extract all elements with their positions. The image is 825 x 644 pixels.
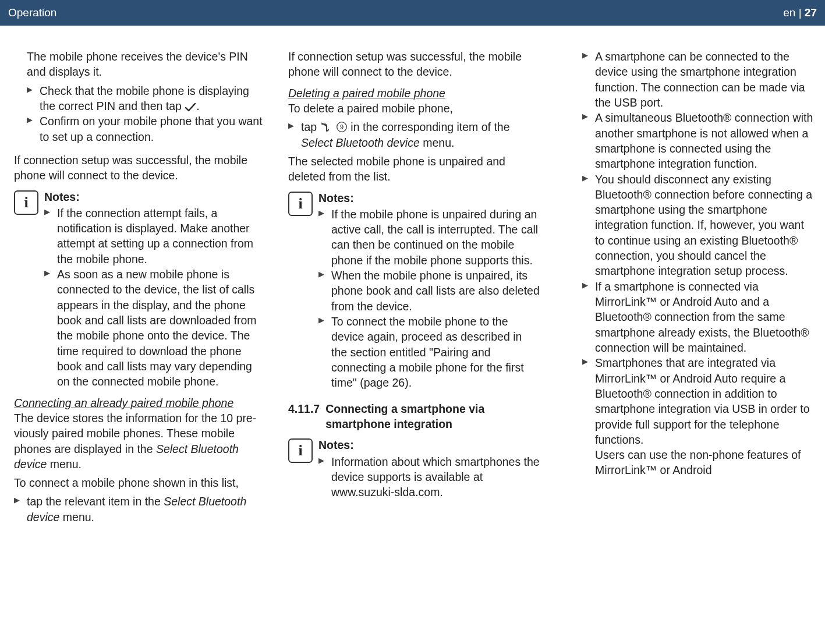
list-item: A simultaneous Bluetooth® connec­tion wi… (582, 110, 815, 171)
list-item: A smartphone can be connected to the dev… (582, 49, 815, 110)
text: If connection setup was successful, the … (288, 49, 540, 80)
reference-badge-icon: 9 (336, 121, 348, 133)
list-item: tap 9 in the corresponding item of the S… (288, 119, 540, 150)
list-item: Confirm on your mobile phone that you wa… (27, 114, 266, 144)
notes-block: i Notes: If the mobile phone is unpaired… (288, 190, 540, 391)
list-item: Check that the mobile phone is displayin… (27, 83, 266, 114)
column-2: If connection setup was successful, the … (288, 49, 540, 525)
list-item: If the mobile phone is unpaired during a… (318, 207, 540, 268)
list-item: If the connection attempt fails, a notif… (44, 206, 266, 267)
list-item: To connect the mobile phone to the devic… (318, 314, 540, 391)
section-number: 4.11.7 (288, 401, 320, 432)
text: To delete a paired mobile phone, (288, 101, 540, 116)
text: The selected mobile phone is unpaired an… (288, 154, 540, 185)
section-heading: 4.11.7 Connecting a smartphone via smart… (288, 401, 540, 432)
text: The device stores the information for th… (14, 411, 266, 472)
list-item: As soon as a new mobile phone is connect… (44, 267, 266, 390)
column-3: A smartphone can be connected to the dev… (562, 49, 815, 525)
notes-title: Notes: (318, 437, 540, 452)
svg-text:9: 9 (340, 123, 344, 130)
subheading: Deleting a paired mobile phone (288, 86, 540, 101)
list-item: Smartphones that are integrated via Mirr… (582, 355, 815, 478)
list-item: Information about which smart­phones the… (318, 454, 540, 500)
list-item: tap the relevant item in the Select Blue… (14, 494, 266, 525)
list-item: If a smartphone is connected via MirrorL… (582, 279, 815, 356)
subheading: Connecting an already paired mobile phon… (14, 395, 266, 411)
section-title: Connecting a smartphone via smartphone i… (325, 401, 540, 432)
text: The mobile phone receives the device's P… (27, 49, 266, 80)
notes-block: i Notes: Information about which smart­p… (288, 437, 540, 500)
notes-title: Notes: (44, 189, 266, 204)
column-1: The mobile phone receives the device's P… (14, 49, 266, 525)
header-page: en | 27 (783, 6, 817, 19)
list-item: When the mobile phone is unpaired, its p… (318, 268, 540, 314)
info-icon: i (288, 192, 313, 216)
notes-block: i Notes: If the connection attempt fails… (14, 189, 266, 390)
header-section: Operation (8, 6, 56, 19)
page-body: The mobile phone receives the device's P… (0, 26, 825, 536)
page-header: Operation en | 27 (0, 0, 825, 26)
unpair-icon (320, 122, 333, 133)
list-item: You should disconnect any existing Bluet… (582, 172, 815, 279)
notes-title: Notes: (318, 190, 540, 206)
checkmark-icon (185, 102, 196, 112)
info-icon: i (14, 190, 38, 215)
text: If connection setup was successful, the … (14, 153, 266, 183)
info-icon: i (288, 438, 313, 463)
text: To connect a mobile phone shown in this … (14, 475, 266, 490)
